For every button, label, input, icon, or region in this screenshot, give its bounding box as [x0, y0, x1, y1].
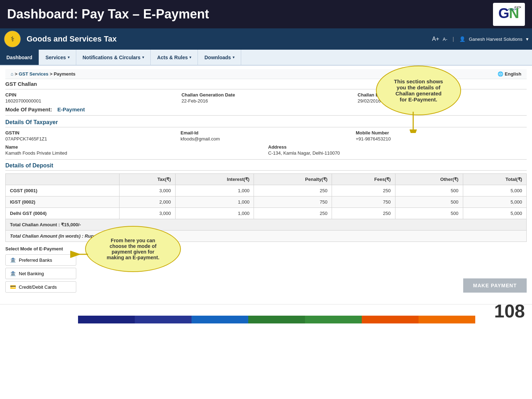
user-name[interactable]: Ganesh Harvest Solutions: [469, 37, 522, 42]
breadcrumb-current: Payments: [54, 71, 75, 77]
menu-item-dashboard[interactable]: Dashboard: [0, 50, 39, 65]
menu-item-acts[interactable]: Acts & Rules ▾: [151, 50, 198, 65]
breadcrumb-home[interactable]: ⌂: [11, 71, 13, 77]
color-segment-7: [419, 316, 475, 323]
annotation-bubble-top: This section shows you the details of Ch…: [376, 66, 461, 115]
menu-item-notifications[interactable]: Notifications & Circulars ▾: [76, 50, 151, 65]
color-segment-4: [248, 316, 305, 323]
language-selector[interactable]: 🌐 English: [498, 71, 521, 77]
nav-controls: A+ A- | 👤 Ganesh Harvest Solutions ▾: [432, 36, 528, 42]
cell-type: CGST (0001): [6, 185, 120, 196]
menu-item-services[interactable]: Services ▾: [39, 50, 76, 65]
taxpayer-grid: GSTIN 07APPCK7465F1Z1 Email-Id kfoods@gm…: [5, 130, 527, 142]
color-segment-6: [362, 316, 419, 323]
cell-fees: 750: [332, 196, 395, 208]
address-label: Address: [268, 144, 527, 150]
make-payment-button[interactable]: MAKE PAYMENT: [463, 278, 527, 293]
email-label: Email-Id: [181, 130, 351, 135]
annotation-bubble-bottom: From here you can choose the mode of pay…: [85, 226, 181, 272]
menu-label-acts: Acts & Rules: [157, 55, 188, 60]
menu-label-dashboard: Dashboard: [6, 55, 32, 60]
payment-option-label: Credit/Debit Cards: [19, 284, 57, 290]
cpin-label: CPIN: [5, 92, 174, 98]
gen-date-block: Challan Generation Date 22-Feb-2016: [182, 92, 351, 104]
cell-penalty: 250: [254, 185, 332, 196]
nav-bar: ⚕ Goods and Services Tax A+ A- | 👤 Ganes…: [0, 28, 532, 50]
payment-option-label: Preferred Banks: [19, 257, 52, 263]
chevron-down-icon-3: ▾: [189, 55, 191, 59]
annotation-arrow-left: [67, 249, 88, 260]
address-item: Address C-134, Kamla Nagar, Delhi-110070: [268, 144, 527, 156]
gstin-item: GSTIN 07APPCK7465F1Z1: [5, 130, 176, 142]
chevron-down-icon-2: ▾: [142, 55, 144, 59]
breadcrumb-gst-services[interactable]: GST Services: [19, 71, 49, 77]
main-content: ⌂ > GST Services > Payments 🌐 English Th…: [0, 66, 532, 300]
payment-option-icon: 🏦: [10, 257, 16, 263]
col-header-type: [6, 174, 120, 185]
cell-interest: 1,000: [175, 185, 254, 196]
name-item: Name Kamath Foods Private Limited: [5, 144, 264, 156]
col-header-tax: Tax(₹): [119, 174, 175, 185]
color-segment-5: [305, 316, 362, 323]
gstin-label: GSTIN: [5, 130, 176, 135]
col-header-interest: Interest(₹): [175, 174, 254, 185]
address-value: C-134, Kamla Nagar, Delhi-110070: [268, 150, 527, 156]
name-value: Kamath Foods Private Limited: [5, 150, 264, 156]
payment-option-icon: 🏦: [10, 271, 16, 276]
cell-type: Delhi GST (0004): [6, 208, 120, 219]
font-increase[interactable]: A+: [432, 36, 439, 42]
menu-label-notifications: Notifications & Circulars: [83, 55, 140, 60]
title-bar: Dashboard: Pay Tax – E-Payment <<>> G N …: [0, 0, 532, 28]
taxpayer-section: Details Of Taxpayer GSTIN 07APPCK7465F1Z…: [5, 119, 527, 156]
total-words: Total Challan Amount (In words) : Rupees…: [6, 231, 527, 242]
cell-fees: 250: [332, 208, 395, 219]
payment-option-2[interactable]: 💳Credit/Debit Cards: [5, 281, 76, 293]
bottom-bar: 108: [0, 304, 532, 323]
color-segment-1: [78, 316, 135, 323]
cpin-block: CPIN 16020700000001: [5, 92, 174, 104]
color-segment-2: [135, 316, 192, 323]
user-dropdown-icon[interactable]: ▾: [526, 36, 528, 42]
cell-other: 500: [395, 196, 463, 208]
page-title: Dashboard: Pay Tax – E-Payment: [7, 7, 209, 22]
deposit-table: Tax(₹) Interest(₹) Penalty(₹) Fees(₹) Ot…: [5, 173, 527, 242]
mobile-label: Mobile Number: [356, 130, 527, 135]
font-decrease[interactable]: A-: [443, 37, 447, 42]
chevron-down-icon: ▾: [68, 55, 70, 59]
email-item: Email-Id kfoods@gmail.com: [181, 130, 351, 142]
cell-other: 500: [395, 208, 463, 219]
payment-label: Select Mode of E-Payment: [5, 246, 76, 251]
cell-penalty: 250: [254, 208, 332, 219]
chevron-down-icon-4: ▾: [233, 55, 234, 59]
cell-total: 5,000: [463, 185, 527, 196]
nav-site-name: Goods and Services Tax: [27, 34, 432, 44]
deposit-section-title: Details of Deposit: [5, 162, 527, 171]
mobile-item: Mobile Number +91-9876453210: [356, 130, 527, 142]
cell-fees: 250: [332, 185, 395, 196]
menu-label-services: Services: [45, 55, 66, 60]
user-icon: 👤: [459, 36, 465, 42]
payment-option-0[interactable]: 🏦Preferred Banks: [5, 254, 76, 266]
cell-tax: 3,000: [119, 208, 175, 219]
divider-2: [5, 115, 527, 116]
total-amount: Total Challan Amount : ₹15,000/-: [6, 219, 527, 231]
cell-total: 5,000: [463, 196, 527, 208]
annotation-arrow-down: [406, 112, 420, 133]
divider-3: [5, 159, 527, 160]
table-row: Delhi GST (0004) 3,000 1,000 250 250 500…: [6, 208, 527, 219]
menu-item-downloads[interactable]: Downloads ▾: [198, 50, 241, 65]
logo-badge: <<>>: [508, 7, 516, 11]
logo-box: <<>> G N <<>>: [493, 3, 525, 26]
cell-interest: 1,000: [175, 208, 254, 219]
payment-option-1[interactable]: 🏦Net Banking: [5, 268, 76, 279]
taxpayer-section-title: Details Of Taxpayer: [5, 119, 527, 127]
name-addr-grid: Name Kamath Foods Private Limited Addres…: [5, 144, 527, 156]
cell-interest: 1,000: [175, 196, 254, 208]
payment-option-icon: 💳: [10, 284, 16, 290]
col-header-fees: Fees(₹): [332, 174, 395, 185]
payment-options: 🏦Preferred Banks🏦Net Banking💳Credit/Debi…: [5, 254, 76, 293]
page-number: 108: [494, 300, 525, 322]
gen-date-label: Challan Generation Date: [182, 92, 351, 98]
color-segment-3: [192, 316, 248, 323]
cell-tax: 3,000: [119, 185, 175, 196]
